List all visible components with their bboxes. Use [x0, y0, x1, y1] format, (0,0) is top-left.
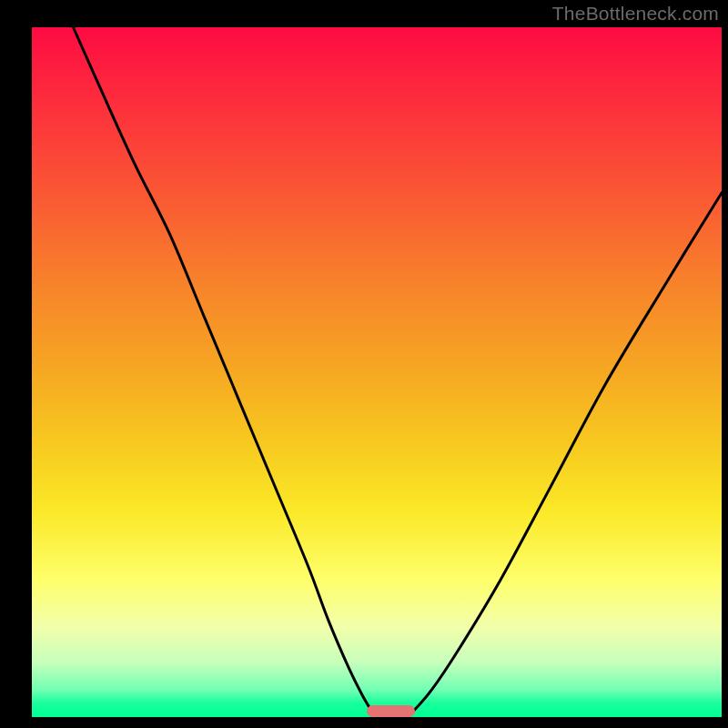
plot-area — [32, 27, 722, 717]
watermark-text: TheBottleneck.com — [552, 3, 719, 25]
curve-left-branch — [73, 27, 373, 713]
bottleneck-curve — [32, 27, 722, 717]
chart-frame: TheBottleneck.com — [0, 0, 728, 728]
curve-right-branch — [411, 193, 722, 713]
optimal-marker — [367, 705, 415, 717]
